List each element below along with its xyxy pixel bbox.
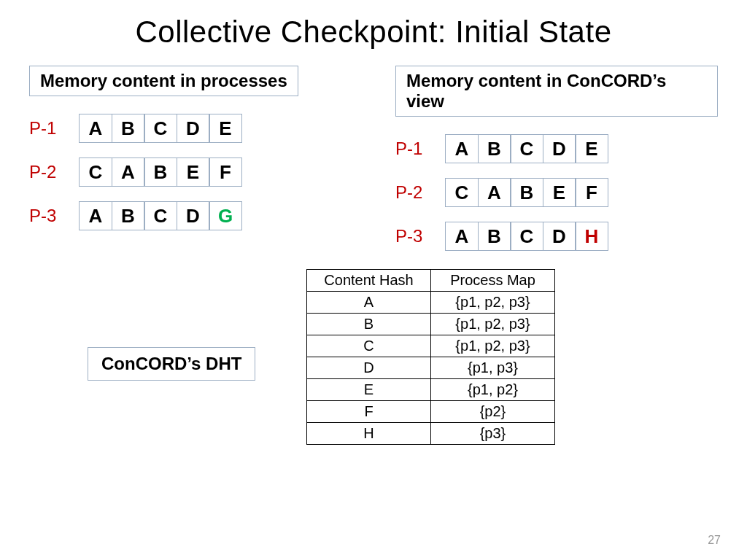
memory-cell: A — [79, 201, 112, 230]
table-cell: {p1, p2} — [431, 379, 555, 401]
left-column: Memory content in processes P-1ABCDEP-2C… — [29, 66, 352, 251]
memory-cell: C — [144, 114, 177, 143]
process-id: P-2 — [29, 162, 66, 182]
memory-cell: D — [177, 114, 210, 143]
memory-cell: C — [510, 222, 543, 251]
memory-cell: F — [209, 158, 242, 187]
memory-cells: CABEF — [445, 178, 608, 207]
table-row: F{p2} — [307, 401, 555, 423]
slide-title: Collective Checkpoint: Initial State — [29, 15, 718, 50]
memory-cell: B — [144, 158, 177, 187]
memory-cell: C — [510, 134, 543, 163]
dht-label: ConCORD’s DHT — [88, 347, 255, 381]
table-cell: {p1, p3} — [431, 357, 555, 379]
process-id: P-1 — [29, 118, 66, 139]
dht-header-hash: Content Hash — [307, 270, 431, 292]
dht-label-wrap: ConCORD’s DHT — [29, 269, 277, 459]
memory-row: P-2CABEF — [395, 178, 718, 207]
memory-cell: B — [510, 178, 543, 207]
memory-cell: C — [79, 158, 112, 187]
table-row: B{p1, p2, p3} — [307, 314, 555, 335]
memory-cell: A — [112, 158, 145, 187]
memory-cells: CABEF — [79, 158, 242, 187]
memory-cell: D — [543, 222, 576, 251]
memory-cell: D — [543, 134, 576, 163]
memory-row: P-1ABCDE — [395, 134, 718, 163]
memory-row: P-3ABCDG — [29, 201, 352, 230]
dht-header-map: Process Map — [431, 270, 555, 292]
table-cell: E — [307, 379, 431, 401]
memory-cells: ABCDE — [79, 114, 242, 143]
memory-cells: ABCDG — [79, 201, 242, 230]
process-id: P-2 — [395, 182, 432, 203]
memory-cell: B — [478, 134, 511, 163]
table-cell: C — [307, 335, 431, 357]
table-cell: H — [307, 423, 431, 445]
table-row: C{p1, p2, p3} — [307, 335, 555, 357]
table-cell: {p1, p2, p3} — [431, 292, 555, 314]
table-cell: F — [307, 401, 431, 423]
memory-row: P-3ABCDH — [395, 222, 718, 251]
process-id: P-3 — [395, 226, 432, 246]
left-heading: Memory content in processes — [29, 66, 298, 96]
memory-row: P-1ABCDE — [29, 114, 352, 143]
page-number: 27 — [708, 534, 721, 547]
memory-cell: B — [478, 222, 511, 251]
table-cell: {p2} — [431, 401, 555, 423]
right-heading: Memory content in ConCORD’s view — [395, 66, 718, 117]
memory-cell: B — [112, 114, 145, 143]
table-cell: {p1, p2, p3} — [431, 314, 555, 335]
table-cell: B — [307, 314, 431, 335]
memory-cell: H — [575, 222, 608, 251]
right-column: Memory content in ConCORD’s view P-1ABCD… — [395, 66, 718, 251]
memory-row: P-2CABEF — [29, 158, 352, 187]
process-id: P-1 — [395, 139, 432, 159]
right-memory-rows: P-1ABCDEP-2CABEFP-3ABCDH — [395, 134, 718, 251]
dht-table: Content Hash Process Map A{p1, p2, p3}B{… — [306, 269, 555, 445]
memory-cell: F — [575, 178, 608, 207]
table-cell: {p3} — [431, 423, 555, 445]
memory-cell: E — [575, 134, 608, 163]
memory-cell: E — [177, 158, 210, 187]
memory-cell: B — [112, 201, 145, 230]
table-cell: {p1, p2, p3} — [431, 335, 555, 357]
table-row: H{p3} — [307, 423, 555, 445]
memory-cells: ABCDE — [445, 134, 608, 163]
process-id: P-3 — [29, 206, 66, 226]
left-memory-rows: P-1ABCDEP-2CABEFP-3ABCDG — [29, 114, 352, 230]
table-row: A{p1, p2, p3} — [307, 292, 555, 314]
memory-cell: A — [445, 222, 479, 251]
memory-cell: G — [209, 201, 242, 230]
memory-cell: A — [79, 114, 112, 143]
table-row: D{p1, p3} — [307, 357, 555, 379]
table-cell: A — [307, 292, 431, 314]
memory-cells: ABCDH — [445, 222, 608, 251]
slide: Collective Checkpoint: Initial State Mem… — [0, 0, 747, 560]
table-cell: D — [307, 357, 431, 379]
columns: Memory content in processes P-1ABCDEP-2C… — [29, 66, 718, 251]
memory-cell: E — [543, 178, 576, 207]
memory-cell: A — [478, 178, 511, 207]
lower-section: ConCORD’s DHT Content Hash Process Map A… — [29, 269, 718, 459]
memory-cell: C — [144, 201, 177, 230]
table-row: E{p1, p2} — [307, 379, 555, 401]
memory-cell: E — [209, 114, 242, 143]
memory-cell: C — [445, 178, 479, 207]
memory-cell: D — [177, 201, 210, 230]
memory-cell: A — [445, 134, 479, 163]
